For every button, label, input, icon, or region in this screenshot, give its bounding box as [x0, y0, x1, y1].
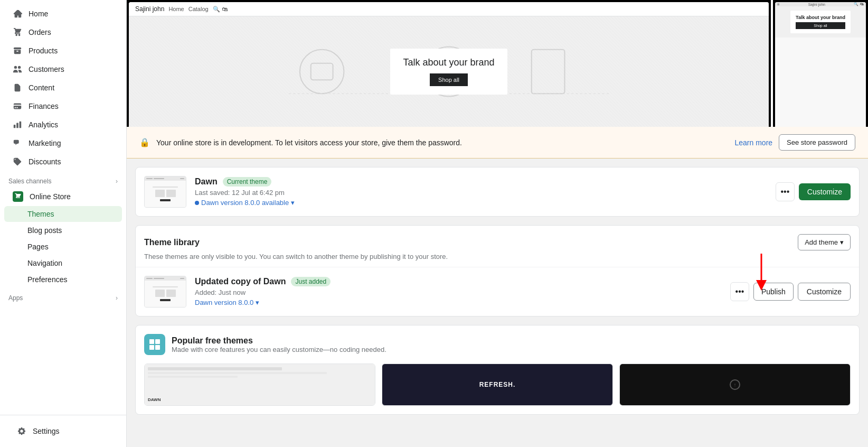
popular-themes-title: Popular free themes — [172, 336, 386, 346]
sidebar-item-discounts-label: Discounts — [29, 157, 61, 166]
content-icon — [13, 83, 22, 92]
sidebar-item-analytics-label: Analytics — [29, 120, 58, 129]
svg-rect-1 — [311, 63, 333, 80]
chevron-right-icon: › — [116, 178, 118, 185]
svg-rect-9 — [155, 339, 160, 344]
discounts-icon — [13, 157, 22, 166]
search-nav-icon: 🔍 — [213, 6, 220, 12]
desktop-preview: Sajini john Home Catalog 🔍 🛍 — [127, 0, 771, 127]
sidebar-item-navigation[interactable]: Navigation — [4, 255, 122, 271]
sidebar-item-home-label: Home — [29, 10, 48, 18]
sidebar-item-products[interactable]: Products — [4, 42, 122, 60]
sidebar-item-pages[interactable]: Pages — [4, 239, 122, 255]
library-version-chevron-icon: ▾ — [256, 299, 259, 306]
current-theme-more-button[interactable]: ••• — [776, 182, 795, 201]
cart-nav-icon: 🛍 — [222, 6, 228, 12]
svg-rect-10 — [149, 345, 154, 350]
sidebar-item-products-label: Products — [29, 46, 58, 55]
main-content: Sajini john Home Catalog 🔍 🛍 — [127, 0, 868, 447]
sidebar-item-finances[interactable]: Finances — [4, 97, 122, 115]
library-theme-more-button[interactable]: ••• — [730, 282, 749, 301]
orders-icon — [13, 27, 22, 37]
sidebar-item-customers-label: Customers — [29, 65, 64, 73]
svg-marker-7 — [756, 280, 767, 291]
library-theme-version[interactable]: Dawn version 8.0.0 ▾ — [195, 299, 722, 306]
see-store-password-button[interactable]: See store password — [779, 134, 855, 151]
popular-header: Popular free themes Made with core featu… — [136, 325, 859, 364]
settings-icon — [17, 426, 26, 436]
popular-theme-refresh[interactable]: REFRESH. — [382, 364, 613, 406]
products-icon — [13, 46, 22, 55]
sidebar-item-analytics[interactable]: Analytics — [4, 116, 122, 134]
popular-theme-dawn[interactable]: DAWN — [144, 364, 375, 406]
sidebar: Home Orders Products Customers — [0, 0, 127, 447]
library-theme-customize-button[interactable]: Customize — [798, 283, 851, 301]
mobile-preview: ≡ Sajini john 🔍🛍 Talk about your brand S… — [773, 0, 868, 127]
learn-more-link[interactable]: Learn more — [735, 138, 773, 147]
library-theme-actions: ••• Publish Customize — [730, 282, 851, 301]
svg-rect-4 — [532, 50, 565, 94]
sidebar-item-orders[interactable]: Orders — [4, 23, 122, 41]
sales-channels-section: Sales channels › — [0, 171, 126, 187]
add-theme-chevron-icon: ▾ — [840, 238, 844, 246]
sidebar-online-store-label: Online Store — [30, 192, 71, 201]
library-theme-info: Updated copy of Dawn Just added Added: J… — [195, 277, 722, 306]
sidebar-item-content-label: Content — [29, 83, 54, 92]
sidebar-item-blog-posts[interactable]: Blog posts — [4, 222, 122, 238]
current-theme-customize-button[interactable]: Customize — [799, 183, 851, 200]
sidebar-pages-label: Pages — [27, 243, 49, 251]
sidebar-item-customers[interactable]: Customers — [4, 60, 122, 78]
sidebar-item-themes[interactable]: Themes — [4, 206, 122, 222]
popular-themes-icon — [144, 334, 165, 355]
svg-rect-8 — [149, 339, 154, 344]
sidebar-item-marketing-label: Marketing — [29, 139, 61, 147]
theme-library-title: Theme library — [144, 238, 798, 247]
apps-section: Apps › — [0, 288, 126, 304]
preview-shop-all-btn: Shop all — [430, 73, 468, 86]
apps-chevron-icon: › — [116, 294, 118, 302]
finances-icon — [13, 101, 22, 111]
current-theme-thumbnail — [144, 176, 186, 208]
sidebar-item-online-store[interactable]: Online Store — [4, 188, 122, 206]
sidebar-item-finances-label: Finances — [29, 102, 59, 110]
current-theme-info: Dawn Current theme Last saved: 12 Jul at… — [195, 177, 767, 207]
sidebar-blog-posts-label: Blog posts — [27, 226, 62, 235]
sidebar-settings-label: Settings — [33, 427, 60, 435]
library-theme-thumbnail — [144, 276, 186, 308]
sidebar-item-discounts[interactable]: Discounts — [4, 153, 122, 171]
analytics-icon — [13, 120, 22, 129]
theme-preview-banner: Sajini john Home Catalog 🔍 🛍 — [127, 0, 868, 127]
svg-point-0 — [300, 50, 344, 94]
preview-brand-text: Talk about your brand — [403, 57, 494, 68]
current-theme-version[interactable]: Dawn version 8.0.0 available ▾ — [195, 199, 767, 207]
popular-themes-subtitle: Made with core features you can easily c… — [172, 346, 386, 353]
marketing-icon — [13, 138, 22, 148]
popular-themes-section: Popular free themes Made with core featu… — [135, 325, 860, 415]
current-theme-name: Dawn — [195, 177, 218, 187]
sidebar-preferences-label: Preferences — [27, 275, 67, 284]
current-theme-badge: Current theme — [223, 177, 272, 187]
library-theme-badge: Just added — [291, 277, 331, 286]
sidebar-item-marketing[interactable]: Marketing — [4, 134, 122, 152]
popular-themes-grid: DAWN REFRESH. ↑ — [136, 364, 859, 414]
sidebar-navigation-label: Navigation — [27, 259, 62, 267]
sidebar-item-preferences[interactable]: Preferences — [4, 272, 122, 287]
home-icon — [13, 9, 22, 18]
library-theme-added: Added: Just now — [195, 288, 722, 296]
sidebar-themes-label: Themes — [27, 210, 54, 218]
sidebar-item-content[interactable]: Content — [4, 79, 122, 97]
sidebar-item-orders-label: Orders — [29, 28, 51, 36]
svg-rect-11 — [155, 345, 160, 350]
current-theme-card: Dawn Current theme Last saved: 12 Jul at… — [135, 167, 860, 217]
theme-library-card: Theme library Add theme ▾ These themes a… — [135, 225, 860, 316]
library-theme-name: Updated copy of Dawn — [195, 277, 286, 286]
alert-text: Your online store is in development. To … — [156, 138, 729, 147]
popular-theme-dark[interactable]: ↑ — [619, 364, 851, 406]
sidebar-item-home[interactable]: Home — [4, 5, 122, 23]
sidebar-item-settings[interactable]: Settings — [8, 422, 118, 440]
version-dot-icon — [195, 201, 199, 205]
add-theme-button[interactable]: Add theme ▾ — [798, 234, 851, 250]
current-theme-actions: ••• Customize — [776, 182, 851, 201]
version-chevron-icon: ▾ — [291, 199, 295, 207]
customers-icon — [13, 64, 22, 74]
